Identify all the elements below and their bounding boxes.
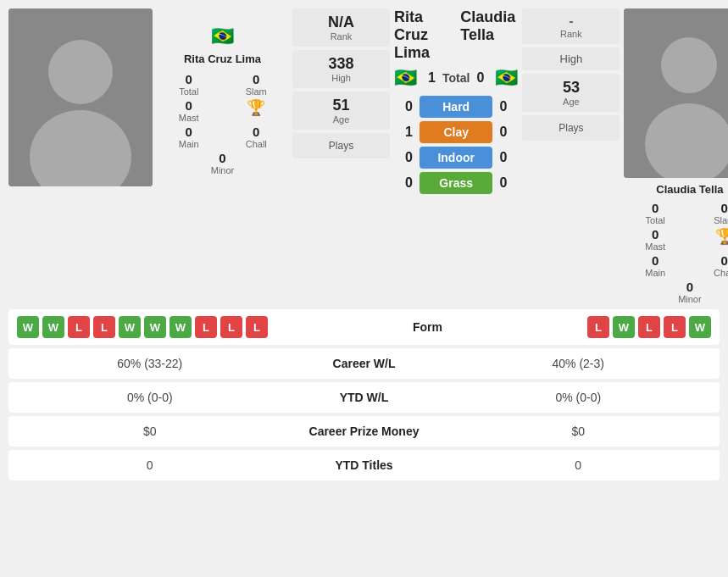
form-section: W W L L W W W L L L Form L W L L W — [8, 309, 720, 345]
left-form-8: L — [195, 316, 217, 338]
left-slam-stat: 0 Slam — [226, 72, 287, 97]
right-slam-stat: 0 Slam — [693, 201, 728, 225]
right-minor-stat: 0 Minor — [624, 280, 728, 304]
prize-right: $0 — [449, 424, 709, 438]
left-form-10: L — [246, 316, 268, 338]
main-container: 🇧🇷 Rita Cruz Lima 0 Total 0 Slam 0 Mast … — [0, 0, 728, 492]
right-form-1: L — [587, 316, 609, 338]
right-form-3: L — [638, 316, 660, 338]
left-flag-bottom: 🇧🇷 — [211, 25, 234, 47]
left-trophy-icon: 🏆 — [247, 98, 265, 117]
left-form-4: L — [93, 316, 115, 338]
right-mast-stat: 0 Mast — [624, 227, 686, 252]
right-middle-stats: - Rank High 53 Age Plays — [522, 8, 620, 141]
left-chall-stat: 0 Chall — [226, 125, 287, 149]
right-main-stat: 0 Main — [624, 253, 686, 278]
left-form-7: W — [169, 316, 192, 338]
right-player-photo — [624, 8, 728, 178]
right-stats-grid: 0 Total 0 Slam 0 Mast 🏆 0 Main 0 Chall — [624, 201, 728, 304]
ytd-wl-label: YTD W/L — [280, 391, 449, 404]
titles-label: YTD Titles — [280, 458, 449, 472]
right-rank-box: - Rank — [522, 8, 620, 44]
left-main-stat: 0 Main — [158, 125, 220, 149]
left-form-badges: W W L L W W W L L L — [17, 316, 268, 338]
right-chall-stat: 0 Chall — [693, 253, 728, 278]
left-total-stat: 0 Total — [158, 72, 220, 97]
career-wl-label: Career W/L — [280, 357, 449, 370]
left-plays-box: Plays — [292, 133, 390, 158]
ytd-wl-row: 0% (0-0) YTD W/L 0% (0-0) — [8, 382, 720, 413]
left-trophy: 🏆 — [226, 98, 287, 123]
right-plays-box: Plays — [522, 115, 620, 141]
titles-left: 0 — [20, 458, 280, 472]
indoor-row: 0 Indoor 0 — [394, 147, 518, 169]
left-minor-stat: 0 Minor — [158, 151, 286, 175]
right-name-header: Claudia Tella — [460, 8, 518, 62]
prize-left: $0 — [20, 424, 280, 438]
players-header: Rita Cruz Lima Claudia Tella — [394, 8, 518, 62]
left-rank-box: N/A Rank — [292, 8, 390, 47]
career-wl-left: 60% (33-22) — [20, 357, 280, 370]
left-high-box: 338 High — [292, 50, 390, 88]
svg-point-4 — [661, 37, 717, 93]
grass-row: 0 Grass 0 — [394, 172, 518, 194]
prize-label: Career Prize Money — [280, 424, 449, 438]
right-flag-center: 🇧🇷 — [495, 67, 518, 89]
right-form-5: W — [689, 316, 711, 338]
left-form-3: L — [68, 316, 90, 338]
left-middle-stats: N/A Rank 338 High 51 Age Plays — [292, 8, 390, 158]
top-section: 🇧🇷 Rita Cruz Lima 0 Total 0 Slam 0 Mast … — [8, 8, 720, 304]
titles-row: 0 YTD Titles 0 — [8, 450, 720, 480]
left-player-name-top — [221, 12, 224, 22]
clay-badge: Clay — [420, 121, 492, 143]
flags-total-row: 🇧🇷 1 Total 0 🇧🇷 — [394, 67, 518, 89]
left-form-2: W — [42, 316, 64, 338]
right-player-panel: Claudia Tella 0 Total 0 Slam 0 Mast 🏆 0 … — [624, 8, 728, 304]
right-form-2: W — [613, 316, 635, 338]
form-label: Form — [268, 320, 587, 334]
left-form-6: W — [144, 316, 166, 338]
left-age-box: 51 Age — [292, 92, 390, 130]
total-score-row: 1 Total 0 — [417, 70, 495, 86]
indoor-badge: Indoor — [420, 147, 492, 169]
hard-badge: Hard — [420, 96, 492, 118]
left-player-photo — [8, 8, 153, 186]
total-right: 0 — [470, 70, 495, 86]
left-form-9: L — [220, 316, 242, 338]
right-trophy: 🏆 — [693, 227, 728, 252]
ytd-wl-right: 0% (0-0) — [449, 391, 709, 404]
left-flag-center: 🇧🇷 — [394, 67, 417, 89]
career-wl-right: 40% (2-3) — [449, 357, 709, 370]
left-player-panel: 🇧🇷 Rita Cruz Lima 0 Total 0 Slam 0 Mast … — [157, 8, 288, 179]
grass-badge: Grass — [420, 172, 492, 194]
hard-row: 0 Hard 0 — [394, 96, 518, 118]
prize-row: $0 Career Prize Money $0 — [8, 416, 720, 447]
career-wl-row: 60% (33-22) Career W/L 40% (2-3) — [8, 348, 720, 379]
right-player-name-under: Claudia Tella — [656, 183, 723, 196]
right-trophy-icon: 🏆 — [715, 227, 728, 246]
clay-row: 1 Clay 0 — [394, 121, 518, 143]
left-player-name-under: Rita Cruz Lima — [184, 53, 261, 65]
left-form-5: W — [119, 316, 141, 338]
right-total-stat: 0 Total — [624, 201, 686, 225]
right-age-box: 53 Age — [522, 74, 620, 112]
left-mast-stat: 0 Mast — [158, 98, 220, 123]
ytd-wl-left: 0% (0-0) — [20, 391, 280, 404]
right-form-4: L — [664, 316, 686, 338]
total-left: 1 — [417, 70, 442, 86]
right-form-badges: L W L L W — [587, 316, 711, 338]
titles-right: 0 — [449, 458, 709, 472]
left-name-header: Rita Cruz Lima — [394, 8, 460, 62]
svg-point-1 — [48, 40, 113, 104]
right-high-box: High — [522, 47, 620, 70]
left-stats-grid: 0 Total 0 Slam 0 Mast 🏆 0 Main 0 Chall — [158, 72, 286, 175]
left-form-1: W — [17, 316, 39, 338]
center-section: Rita Cruz Lima Claudia Tella 🇧🇷 1 Total … — [394, 8, 518, 197]
total-label: Total — [442, 71, 470, 85]
